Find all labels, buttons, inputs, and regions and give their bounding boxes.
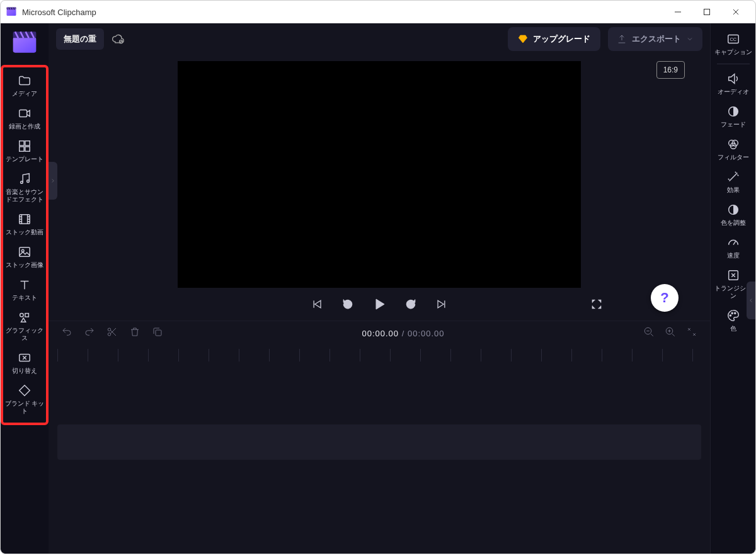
- right-item-label: キャプション: [714, 48, 752, 56]
- svg-rect-8: [20, 147, 24, 151]
- right-item-fade[interactable]: フェード: [712, 101, 755, 132]
- left-sidebar: メディア 録画と作成 テンプレート 音楽とサウンドエフェクト ストック動画: [1, 23, 49, 554]
- shapes-icon: [18, 310, 32, 324]
- text-icon: [18, 278, 32, 292]
- right-item-label: フィルター: [718, 154, 749, 161]
- upgrade-button[interactable]: アップグレード: [508, 27, 600, 51]
- template-icon: [18, 139, 32, 153]
- sidebar-item-label: テキスト: [12, 294, 37, 302]
- sidebar-item-media[interactable]: メディア: [4, 71, 45, 100]
- fullscreen-button[interactable]: [590, 298, 603, 313]
- right-item-label: 速度: [727, 252, 740, 259]
- svg-rect-7: [25, 141, 30, 145]
- skip-forward-5s-button[interactable]: 5: [404, 298, 417, 313]
- cc-icon: CC: [726, 32, 740, 46]
- svg-text:CC: CC: [730, 37, 736, 42]
- palette-icon: [726, 309, 740, 322]
- upload-icon: [617, 34, 627, 44]
- app-body: メディア 録画と作成 テンプレート 音楽とサウンドエフェクト ストック動画: [1, 23, 755, 554]
- export-button[interactable]: エクスポート: [608, 27, 702, 51]
- sidebar-item-label: ブランド キット: [4, 400, 45, 415]
- svg-point-34: [730, 315, 731, 316]
- svg-rect-6: [20, 141, 24, 145]
- upgrade-button-label: アップグレード: [533, 33, 590, 45]
- sidebar-item-brand-kit[interactable]: ブランド キット: [4, 381, 45, 418]
- right-item-captions[interactable]: CC キャプション: [712, 28, 755, 60]
- expand-left-panel-handle[interactable]: [49, 162, 57, 200]
- fade-icon: [726, 105, 740, 118]
- delete-button[interactable]: [129, 326, 140, 340]
- right-item-audio[interactable]: オーディオ: [712, 68, 755, 100]
- skip-to-start-button[interactable]: [311, 298, 324, 313]
- svg-rect-5: [20, 110, 27, 117]
- svg-point-35: [731, 312, 733, 314]
- playback-controls: 5 5 ?: [61, 288, 697, 321]
- cloud-sync-icon[interactable]: [112, 33, 124, 45]
- timeline[interactable]: [49, 345, 710, 554]
- svg-rect-0: [7, 9, 16, 16]
- camera-icon: [18, 106, 32, 120]
- video-preview[interactable]: [178, 61, 581, 288]
- sidebar-item-record[interactable]: 録画と作成: [4, 104, 45, 133]
- help-button[interactable]: ?: [651, 284, 679, 312]
- redo-button[interactable]: [84, 326, 95, 340]
- question-mark-icon: ?: [660, 290, 668, 306]
- svg-rect-13: [20, 248, 30, 257]
- sidebar-item-music[interactable]: 音楽とサウンドエフェクト: [4, 169, 45, 206]
- zoom-out-button[interactable]: [643, 326, 655, 340]
- undo-button[interactable]: [61, 326, 72, 340]
- sidebar-item-stock-image[interactable]: ストック画像: [4, 242, 45, 271]
- zoom-fit-button[interactable]: [686, 326, 697, 340]
- sidebar-item-text[interactable]: テキスト: [4, 275, 45, 304]
- skip-back-5s-button[interactable]: 5: [341, 298, 354, 313]
- expand-right-panel-handle[interactable]: [747, 282, 755, 319]
- sidebar-item-stock-video[interactable]: ストック動画: [4, 210, 45, 239]
- duplicate-button[interactable]: [152, 326, 163, 340]
- skip-to-end-button[interactable]: [435, 298, 447, 313]
- left-sidebar-highlight-box: メディア 録画と作成 テンプレート 音楽とサウンドエフェクト ストック動画: [1, 65, 49, 425]
- sidebar-item-label: ストック動画: [6, 229, 43, 236]
- window-close-button[interactable]: [721, 1, 750, 23]
- sidebar-item-templates[interactable]: テンプレート: [4, 137, 45, 166]
- export-button-label: エクスポート: [632, 33, 681, 45]
- right-item-label: 色: [730, 325, 736, 333]
- timeline-toolbar: 00:00.00 / 00:00.00: [49, 321, 710, 345]
- sidebar-item-transitions[interactable]: 切り替え: [4, 348, 45, 377]
- project-title-input[interactable]: 無題の重: [56, 28, 104, 50]
- sidebar-item-label: ストック画像: [6, 261, 43, 269]
- right-sidebar: CC キャプション オーディオ フェード フィルター 効果: [710, 23, 755, 554]
- top-toolbar: 無題の重 アップグレード エクスポート: [49, 23, 710, 55]
- sidebar-item-label: グラフィックス: [4, 327, 45, 342]
- sidebar-item-graphics[interactable]: グラフィックス: [4, 308, 45, 344]
- svg-rect-9: [25, 147, 30, 151]
- right-item-speed[interactable]: 速度: [712, 232, 755, 263]
- timecode-display: 00:00.00 / 00:00.00: [175, 329, 632, 338]
- svg-point-10: [21, 181, 23, 184]
- window-maximize-button[interactable]: [692, 1, 721, 23]
- tag-icon: [18, 384, 32, 397]
- play-button[interactable]: [372, 297, 387, 314]
- right-item-adjust-color[interactable]: 色を調整: [712, 199, 755, 231]
- transition-icon: [18, 351, 32, 365]
- timeline-ruler[interactable]: [57, 349, 701, 362]
- svg-point-36: [734, 312, 735, 314]
- film-icon: [18, 212, 32, 226]
- image-icon: [18, 245, 32, 259]
- svg-point-15: [20, 314, 24, 317]
- right-item-label: オーディオ: [718, 88, 749, 96]
- contrast-icon: [726, 203, 740, 217]
- aspect-ratio-button[interactable]: 16:9: [656, 61, 685, 79]
- sidebar-item-label: メディア: [12, 90, 37, 98]
- timecode-current: 00:00.00: [362, 329, 399, 338]
- diamond-icon: [518, 34, 528, 44]
- wand-icon: [726, 170, 740, 184]
- window-minimize-button[interactable]: [663, 1, 692, 23]
- right-item-filter[interactable]: フィルター: [712, 134, 755, 165]
- svg-text:5: 5: [410, 302, 412, 307]
- timeline-track[interactable]: [57, 424, 701, 460]
- right-item-effects[interactable]: 効果: [712, 166, 755, 198]
- clipchamp-app-icon: [12, 30, 37, 55]
- split-button[interactable]: [106, 326, 118, 340]
- svg-point-22: [108, 333, 111, 336]
- zoom-in-button[interactable]: [665, 326, 676, 340]
